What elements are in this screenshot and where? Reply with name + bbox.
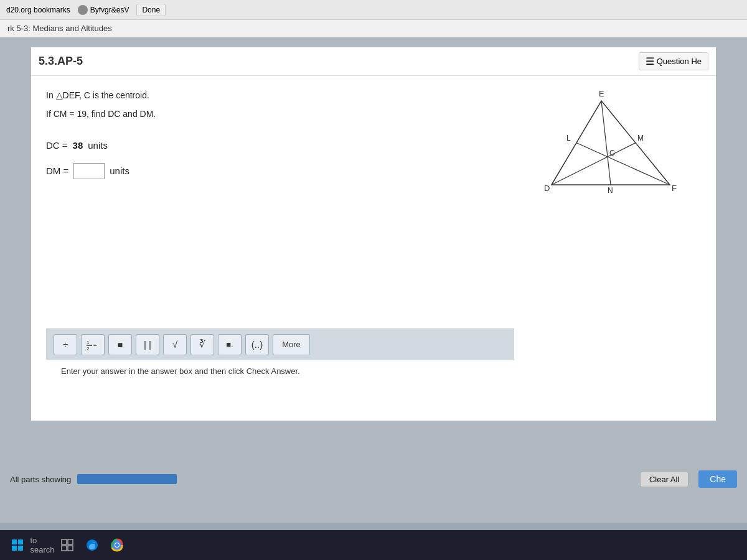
math-btn-paren[interactable]: (..) (245, 334, 269, 355)
all-parts-label: All parts showing (10, 475, 71, 484)
svg-line-6 (601, 101, 611, 185)
triangle-diagram: E D F L C M N (527, 88, 688, 200)
dc-unit: units (88, 140, 108, 151)
svg-rect-17 (12, 546, 17, 551)
check-answer-button[interactable]: Che (698, 470, 737, 488)
card-header: 5.3.AP-5 ☰ Question He (31, 47, 716, 76)
start-icon[interactable] (7, 535, 27, 555)
progress-bar (77, 474, 177, 484)
svg-rect-15 (12, 539, 17, 544)
math-btn-more[interactable]: More (273, 334, 310, 355)
problem-text-line2: If CM = 19, find DC and DM. (46, 107, 514, 121)
problem-statement-1: In △DEF, C is the centroid. (46, 90, 149, 100)
svg-text:F: F (672, 184, 677, 193)
triangle-diagram-container: E D F L C M N (527, 88, 701, 382)
math-btn-square[interactable]: ■ (108, 334, 132, 355)
all-parts-section: All parts showing (10, 474, 177, 484)
svg-text:L: L (566, 134, 571, 142)
cbrt-icon: ∛ (199, 339, 205, 350)
done-button[interactable]: Done (136, 4, 166, 16)
instruction-bar: Enter your answer in the answer box and … (46, 360, 514, 382)
bookmarks-text: d20.org bookmarks (6, 6, 70, 14)
svg-text:2: 2 (87, 346, 90, 352)
windows-logo-icon (11, 539, 24, 551)
taskview-icon (61, 539, 73, 551)
tab-label: Byfvgr&esV (90, 6, 129, 14)
instruction-text: Enter your answer in the answer box and … (61, 366, 300, 376)
abs-icon: | | (144, 339, 151, 350)
main-area: 5.3.AP-5 ☰ Question He In △DEF, C is the… (0, 37, 747, 523)
svg-text:N: N (608, 186, 613, 195)
svg-text:C: C (609, 149, 615, 157)
paren-icon: (..) (251, 339, 263, 350)
svg-rect-16 (18, 539, 23, 544)
tab-favicon (78, 5, 88, 15)
svg-text:÷: ÷ (93, 342, 97, 349)
problem-left: In △DEF, C is the centroid. If CM = 19, … (46, 88, 514, 382)
breadcrumb: rk 5-3: Medians and Altitudes (0, 20, 747, 37)
svg-text:E: E (599, 89, 604, 98)
math-btn-abs[interactable]: | | (136, 334, 159, 355)
card-title: 5.3.AP-5 (39, 55, 83, 68)
dc-value: 38 (73, 140, 83, 151)
dc-label: DC = (46, 140, 68, 151)
question-help-button[interactable]: ☰ Question He (639, 52, 708, 70)
math-btn-mixed-fraction[interactable]: 1 2 ÷ (81, 334, 105, 355)
dot-icon: ■. (226, 340, 233, 349)
svg-rect-22 (68, 546, 73, 551)
question-help-label: Question He (657, 57, 702, 66)
edge-browser-icon (85, 538, 99, 552)
svg-rect-21 (62, 546, 67, 551)
search-bar[interactable]: to search (32, 535, 52, 555)
svg-rect-18 (18, 546, 23, 551)
math-toolbar: ÷ 1 2 ÷ ■ | | (46, 329, 514, 360)
problem-text-line1: In △DEF, C is the centroid. (46, 88, 514, 102)
dm-label: DM = (46, 166, 68, 176)
svg-rect-19 (62, 539, 67, 544)
clear-all-button[interactable]: Clear All (640, 472, 688, 487)
svg-marker-4 (552, 101, 670, 185)
chrome-icon[interactable] (107, 535, 127, 555)
svg-text:1: 1 (87, 340, 90, 345)
search-text: to search (30, 536, 54, 554)
taskbar: to search (0, 530, 747, 560)
answer-section: DC = 38 units DM = units (46, 140, 514, 179)
breadcrumb-text: rk 5-3: Medians and Altitudes (7, 24, 112, 33)
more-label: More (282, 340, 301, 349)
math-btn-fraction[interactable]: ÷ (54, 334, 77, 355)
action-bar: All parts showing Clear All Che (0, 465, 747, 493)
tab-item[interactable]: Byfvgr&esV (78, 5, 129, 15)
math-btn-cbrt[interactable]: ∛ (190, 334, 214, 355)
dm-input[interactable] (73, 163, 105, 179)
dm-answer-row: DM = units (46, 163, 514, 179)
math-btn-sqrt[interactable]: √ (163, 334, 187, 355)
svg-point-26 (115, 543, 119, 547)
task-view-icon[interactable] (57, 535, 77, 555)
dm-unit: units (110, 166, 129, 176)
browser-bar: d20.org bookmarks Byfvgr&esV Done (0, 0, 747, 20)
chrome-browser-icon (110, 538, 124, 552)
dc-answer-row: DC = 38 units (46, 140, 514, 151)
math-btn-dot[interactable]: ■. (218, 334, 242, 355)
mixed-fraction-icon: 1 2 ÷ (86, 338, 100, 352)
bookmarks-label: d20.org bookmarks (6, 6, 70, 14)
list-icon: ☰ (646, 55, 654, 67)
cursor-area (46, 192, 514, 229)
problem-statement-2: If CM = 19, find DC and DM. (46, 109, 156, 119)
content-card: 5.3.AP-5 ☰ Question He In △DEF, C is the… (31, 47, 716, 421)
problem-area: In △DEF, C is the centroid. If CM = 19, … (31, 76, 716, 394)
edge-icon[interactable] (82, 535, 102, 555)
sqrt-icon: √ (172, 339, 177, 350)
fraction-icon: ÷ (63, 339, 68, 350)
svg-text:M: M (637, 134, 644, 142)
svg-text:D: D (544, 184, 550, 193)
svg-rect-20 (68, 539, 73, 544)
square-icon: ■ (118, 340, 123, 350)
